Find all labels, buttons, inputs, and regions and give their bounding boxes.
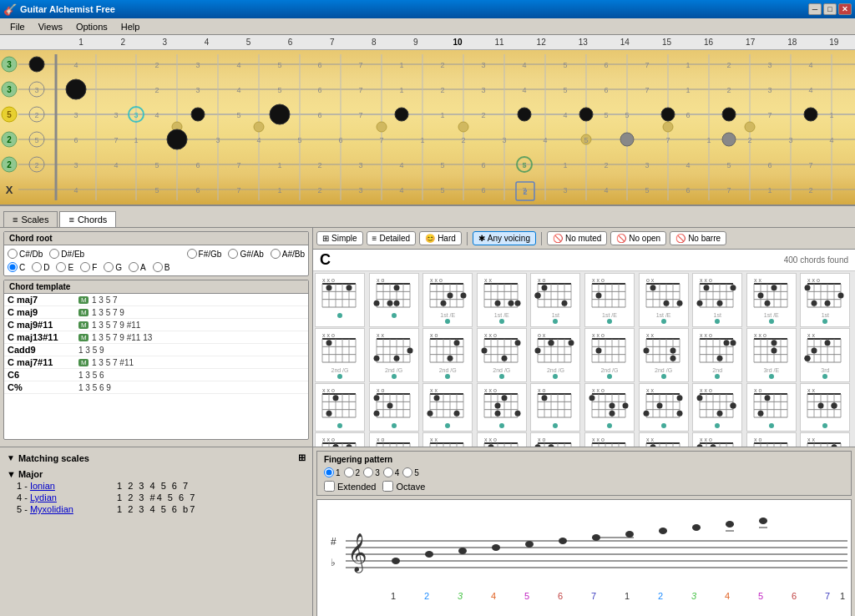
svg-text:1: 1 — [134, 136, 138, 144]
chord-diagram-18[interactable]: x x o3rd /E — [746, 328, 797, 382]
fp-5[interactable]: 5 — [402, 467, 419, 477]
fretboard-area[interactable]: 3 3 5 2 2 X 4 4 2 3 4 — [0, 50, 855, 206]
chord-row-cmaj9[interactable]: C maj9 M 1 3 5 7 9 — [4, 306, 308, 319]
tab-chords[interactable]: ≡ Chords — [59, 211, 116, 227]
root-a-sharp[interactable]: A#/Bb — [271, 249, 305, 259]
root-d-sharp[interactable]: D#/Eb — [49, 249, 84, 259]
chord-row-c6[interactable]: C6 1 3 5 6 — [4, 369, 308, 381]
svg-text:x x: x x — [807, 332, 815, 338]
chord-diagram-37[interactable]: x x o — [692, 432, 742, 447]
chord-diagram-11[interactable]: x x2nd /G — [369, 328, 419, 382]
fp-extended[interactable]: Extended — [324, 481, 376, 492]
chord-diagram-0[interactable]: x x o — [315, 273, 365, 327]
chord-diagram-9[interactable]: x x o1st — [800, 273, 850, 327]
chord-diagram-12[interactable]: x o2nd /G — [422, 328, 473, 382]
no-muted-button[interactable]: 🚫 No muted — [547, 231, 607, 245]
svg-point-96 — [661, 108, 675, 121]
scale-item-myxolidian[interactable]: 5 - Myxolidian 1 2 3 4 5 6 b7 — [3, 503, 309, 515]
fp-2[interactable]: 2 — [344, 467, 361, 477]
root-g-sharp[interactable]: G#/Ab — [228, 249, 263, 259]
root-g[interactable]: G — [104, 262, 122, 272]
chord-diagram-28[interactable]: x o — [746, 383, 797, 432]
chord-diagram-3[interactable]: x x1st /E — [477, 273, 527, 327]
fp-1[interactable]: 1 — [324, 467, 341, 477]
chord-row-cmaj7[interactable]: C maj7 M 1 3 5 7 — [4, 294, 308, 306]
chord-diagram-4[interactable]: x o1st — [530, 273, 580, 327]
chord-diagram-19[interactable]: x x3rd — [800, 328, 850, 382]
chord-row-cmaj9s11[interactable]: C maj9#11 M 1 3 5 7 9 #11 — [4, 319, 308, 331]
tab-scales[interactable]: ≡ Scales — [3, 211, 58, 227]
root-b[interactable]: B — [153, 262, 170, 272]
detailed-button[interactable]: ≡ Detailed — [367, 231, 417, 245]
chord-diagram-5[interactable]: x x o1st /E — [584, 273, 635, 327]
minimize-button[interactable]: ─ — [808, 3, 822, 15]
svg-text:7: 7 — [114, 136, 118, 144]
chord-row-cpercent[interactable]: C% 1 3 5 6 9 — [4, 381, 308, 394]
maximize-button[interactable]: □ — [823, 3, 837, 15]
chord-diagram-15[interactable]: x x o2nd /G — [584, 328, 635, 382]
chord-row-cadd9[interactable]: Cadd9 1 3 5 9 — [4, 344, 308, 356]
chord-diagram-6[interactable]: o x1st /E — [639, 273, 689, 327]
simple-button[interactable]: ⊞ Simple — [316, 231, 363, 245]
chord-diagram-10[interactable]: x x o2nd /G — [315, 328, 365, 382]
menu-help[interactable]: Help — [114, 20, 147, 33]
chord-diagram-39[interactable]: x x — [800, 432, 850, 447]
scales-expand-icon[interactable]: ⊞ — [298, 452, 306, 463]
fp-octave[interactable]: Octave — [382, 481, 425, 492]
collapse-icon[interactable]: ▼ — [7, 453, 15, 462]
root-d[interactable]: D — [32, 262, 49, 272]
chord-diagram-2[interactable]: x x o1st /E — [422, 273, 473, 327]
hard-button[interactable]: 😊 Hard — [419, 231, 462, 245]
any-voicing-button[interactable]: ✱ Any voicing — [473, 231, 536, 245]
close-button[interactable]: ✕ — [838, 3, 852, 15]
chord-diagram-8[interactable]: x x1st /E — [746, 273, 797, 327]
chord-diagram-33[interactable]: x x o — [477, 432, 527, 447]
chord-diagram-27[interactable]: x x o — [692, 383, 742, 432]
menu-views[interactable]: Views — [32, 20, 69, 33]
scale-item-lydian[interactable]: 4 - Lydian 1 2 3 #4 5 6 7 — [3, 492, 309, 503]
chord-diagram-7[interactable]: x x o1st — [692, 273, 742, 327]
chord-diagram-29[interactable]: x x — [800, 383, 850, 432]
no-open-button[interactable]: 🚫 No open — [610, 231, 666, 245]
chord-diagram-20[interactable]: x x o — [315, 383, 365, 432]
chord-diagram-17[interactable]: x x o2nd — [692, 328, 742, 382]
chord-diagram-23[interactable]: x x o — [477, 383, 527, 432]
root-a[interactable]: A — [129, 262, 146, 272]
fp-4[interactable]: 4 — [383, 467, 400, 477]
scale-item-ionian[interactable]: 1 - Ionian 1 2 3 4 5 6 7 — [3, 480, 309, 492]
menu-file[interactable]: File — [3, 20, 32, 33]
no-barre-button[interactable]: 🚫 No barre — [670, 231, 726, 245]
chord-diagram-31[interactable]: x o — [369, 432, 419, 447]
chord-row-cmaj13s11[interactable]: C maj13#11 M 1 3 5 7 9 #11 13 — [4, 331, 308, 344]
root-e[interactable]: E — [56, 262, 73, 272]
chord-diagram-1[interactable]: x o — [369, 273, 419, 327]
fp-3[interactable]: 3 — [363, 467, 380, 477]
chord-diagram-24[interactable]: x o — [530, 383, 580, 432]
group-expand-icon[interactable]: ▼ — [7, 469, 16, 479]
chord-list[interactable]: C maj7 M 1 3 5 7 C maj9 M 1 3 5 7 9 C ma… — [4, 294, 308, 411]
chord-diagram-22[interactable]: x x — [422, 383, 473, 432]
root-c[interactable]: C — [8, 262, 25, 272]
root-c-sharp[interactable]: C#/Db — [8, 249, 43, 259]
chord-diagram-36[interactable]: x x — [639, 432, 689, 447]
chord-diagram-14[interactable]: o x2nd /G — [530, 328, 580, 382]
chord-diagram-26[interactable]: x x — [639, 383, 689, 432]
chord-diagram-35[interactable]: x x o — [584, 432, 635, 447]
svg-point-569 — [717, 411, 723, 417]
chord-diagram-30[interactable]: x x o — [315, 432, 365, 447]
chord-grid[interactable]: x x ox ox x o1st /Ex x1st /Ex o1stx x o1… — [313, 271, 855, 447]
chord-diagram-21[interactable]: x o — [369, 383, 419, 432]
svg-text:o x: o x — [646, 277, 655, 283]
chord-diagram-16[interactable]: x x2nd /G — [639, 328, 689, 382]
chord-diagram-34[interactable]: x o — [530, 432, 580, 447]
svg-point-194 — [347, 285, 352, 290]
chord-row-cmaj7s11[interactable]: C maj7#11 M 1 3 5 7 #11 — [4, 356, 308, 369]
chord-diagram-32[interactable]: x x — [422, 432, 473, 447]
svg-text:2: 2 — [317, 161, 321, 169]
root-f[interactable]: F — [80, 262, 97, 272]
chord-diagram-13[interactable]: x x o2nd /G — [477, 328, 527, 382]
menu-options[interactable]: Options — [69, 20, 114, 33]
chord-diagram-25[interactable]: x x o — [584, 383, 635, 432]
root-f-sharp[interactable]: F#/Gb — [187, 249, 222, 259]
chord-diagram-38[interactable]: x o — [746, 432, 797, 447]
